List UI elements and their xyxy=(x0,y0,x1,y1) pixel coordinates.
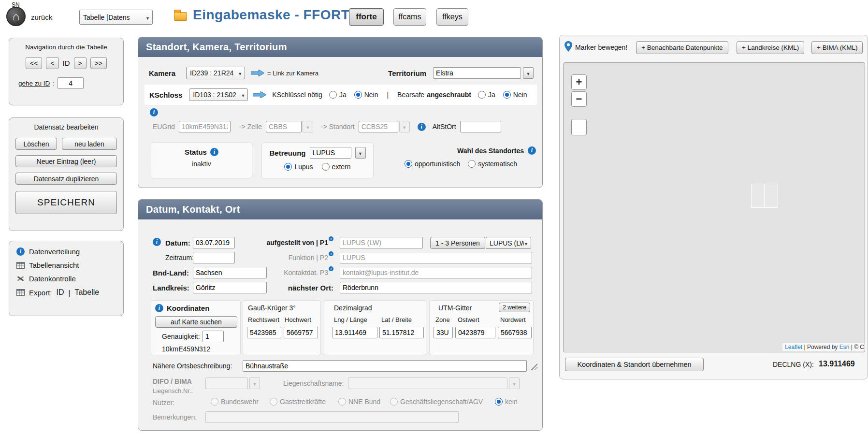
zoom-in-button[interactable]: + xyxy=(571,74,587,90)
link-datenverteilung[interactable]: Datenverteilung xyxy=(16,247,116,256)
nutzer-radio-gaststreitkraefte[interactable]: Gaststreitkräfte xyxy=(270,398,326,406)
naechster-ort-input[interactable] xyxy=(340,282,532,293)
back-label[interactable]: zurück xyxy=(31,13,52,21)
territorium-dropdown-button[interactable] xyxy=(523,67,534,79)
tab-ffkeys[interactable]: ffkeys xyxy=(436,8,468,26)
kontaktdaten-input[interactable] xyxy=(340,267,532,278)
laenge-input[interactable] xyxy=(332,327,377,338)
genauigkeit-input[interactable] xyxy=(203,331,224,342)
personen-button[interactable]: 1 - 3 Personen xyxy=(430,237,485,249)
betreuung-dropdown-button[interactable] xyxy=(355,147,366,159)
kschluessel-radio-nein[interactable]: Nein xyxy=(354,91,378,99)
info-icon[interactable] xyxy=(329,251,333,256)
benachbarte-datenpunkte-button[interactable]: + Benachbarte Datenpunkte xyxy=(636,41,728,54)
save-button[interactable]: SPEICHERN xyxy=(15,191,117,214)
kamera-row: Kamera ID239 : 21R24 = Link zur Kamera T… xyxy=(149,66,534,80)
territorium-input[interactable] xyxy=(433,67,521,79)
zelle-dropdown-button[interactable] xyxy=(303,121,313,132)
betreuung-radio-extern[interactable]: extern xyxy=(322,163,351,171)
tab-ffcams[interactable]: ffcams xyxy=(393,8,426,26)
breite-input[interactable] xyxy=(379,327,424,338)
betreuung-input[interactable] xyxy=(310,147,351,159)
nutzer-radio-nne-bund[interactable]: NNE Bund xyxy=(338,398,380,406)
resize-handle-icon[interactable] xyxy=(530,363,537,370)
radio-label: Bundeswehr xyxy=(221,398,259,406)
map-extra-button[interactable] xyxy=(571,119,587,135)
wahl-radio-systematisch[interactable]: systematisch xyxy=(468,160,517,168)
bearsafe-radio-ja[interactable]: Ja xyxy=(478,91,495,99)
p1-select-value: LUPUS (LW xyxy=(490,239,524,247)
betreuung-radio-lupus[interactable]: Lupus xyxy=(284,163,313,171)
utm-more-button[interactable]: 2 weitere xyxy=(499,303,530,312)
kschluessel-radio-ja[interactable]: Ja xyxy=(329,91,347,99)
standort-input[interactable] xyxy=(359,121,398,132)
info-icon[interactable] xyxy=(150,108,158,116)
nav-next-button[interactable]: > xyxy=(74,57,87,69)
info-icon[interactable] xyxy=(329,236,333,241)
separator-pipe: | xyxy=(387,91,389,99)
tab-fforte[interactable]: fforte xyxy=(349,8,384,26)
link-datenkontrolle[interactable]: Datenkontrolle xyxy=(16,275,116,283)
landkreise-kml-button[interactable]: + Landkreise (KML) xyxy=(737,41,804,54)
altstort-input[interactable] xyxy=(460,121,501,132)
hochwert-input[interactable] xyxy=(284,327,318,338)
map-area[interactable]: + − Leaflet | Powered by Esri | © C xyxy=(563,62,865,352)
ostwert-input[interactable] xyxy=(455,327,495,338)
leaflet-link[interactable]: Leaflet xyxy=(785,344,802,350)
eugrid-input[interactable] xyxy=(179,121,231,132)
zeitraum-input[interactable] xyxy=(193,252,235,263)
info-icon[interactable] xyxy=(528,146,536,155)
genauigkeit-label: Genauigkeit: xyxy=(162,333,200,340)
new-entry-button[interactable]: Neuer Eintrag (leer) xyxy=(15,155,117,167)
koordinaten-uebernehmen-button[interactable]: Koordinaten & Standort übernehmen xyxy=(565,358,704,371)
liegenschaftsname-dropdown-button[interactable] xyxy=(509,378,520,389)
wahl-radio-opportunistisch[interactable]: opportunistisch xyxy=(405,160,460,168)
home-button[interactable] xyxy=(6,7,26,26)
info-icon[interactable] xyxy=(210,148,218,156)
zelle-input[interactable] xyxy=(266,121,302,132)
info-icon[interactable] xyxy=(418,123,426,131)
kschloss-select[interactable]: ID103 : 21S02 xyxy=(189,88,248,101)
goto-id-link[interactable]: gehe zu ID xyxy=(18,80,50,87)
funktion-input[interactable] xyxy=(340,252,532,263)
link-arrow-icon[interactable] xyxy=(251,70,264,76)
rechtswert-input[interactable] xyxy=(247,327,281,338)
ostwert-label: Ostwert xyxy=(458,316,479,323)
nav-first-button[interactable]: << xyxy=(26,57,42,69)
declng-value: 13.911469 xyxy=(819,360,855,368)
liegenschaftsnr-dropdown-button[interactable] xyxy=(249,378,260,389)
zoom-out-button[interactable]: − xyxy=(571,91,587,107)
aufgestellt-von-input[interactable] xyxy=(340,237,423,248)
datum-input[interactable] xyxy=(193,237,235,248)
info-icon[interactable] xyxy=(155,304,163,312)
nav-prev-button[interactable]: < xyxy=(46,57,58,69)
link-arrow-icon[interactable] xyxy=(253,91,266,98)
info-icon[interactable] xyxy=(153,238,161,246)
ortsbeschreibung-input[interactable] xyxy=(243,360,527,372)
export-tabelle-link[interactable]: Tabelle xyxy=(74,288,99,297)
zone-input[interactable] xyxy=(434,327,453,338)
nordwert-input[interactable] xyxy=(498,327,532,338)
nav-last-button[interactable]: >> xyxy=(90,57,107,69)
delete-button[interactable]: Löschen xyxy=(15,138,57,150)
nutzer-radio-bundeswehr[interactable]: Bundeswehr xyxy=(211,398,259,406)
bima-kml-button[interactable]: + BIMA (KML) xyxy=(811,41,863,54)
bearsafe-radio-nein[interactable]: Nein xyxy=(503,91,527,99)
export-id-link[interactable]: ID xyxy=(57,288,64,297)
liegenschaftsnr-input[interactable] xyxy=(205,378,248,389)
duplicate-button[interactable]: Datensatz duplizieren xyxy=(15,173,117,185)
esri-link[interactable]: Esri xyxy=(839,344,850,350)
nutzer-radio-kein[interactable]: kein xyxy=(495,398,518,406)
standort-dropdown-button[interactable] xyxy=(399,121,410,132)
goto-id-input[interactable] xyxy=(58,77,84,89)
nutzer-radio-geschaeftsliegenschaft[interactable]: Geschäftsliegenschaft/AGV xyxy=(390,398,483,406)
reload-button[interactable]: neu laden xyxy=(62,138,117,150)
info-icon[interactable] xyxy=(329,266,333,271)
karte-suchen-button[interactable]: auf Karte suchen xyxy=(155,316,237,328)
p1-select[interactable]: LUPUS (LW xyxy=(486,237,531,249)
table-select[interactable]: Tabelle [Datens xyxy=(79,10,153,25)
liegenschaftsname-input[interactable] xyxy=(348,378,507,389)
bemerkungen-input[interactable] xyxy=(205,411,459,423)
link-tabellenansicht[interactable]: Tabellenansicht xyxy=(16,261,116,269)
kamera-select[interactable]: ID239 : 21R24 xyxy=(186,67,245,79)
